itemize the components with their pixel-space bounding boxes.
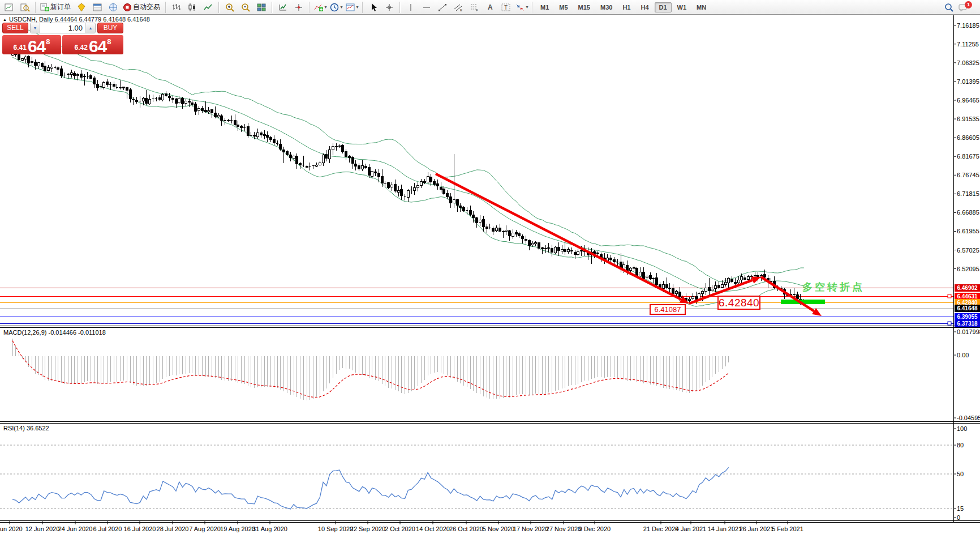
candles-layer: [11, 51, 805, 305]
ytick-label: 6.81675: [957, 153, 979, 160]
ytick-label: 6.76745: [957, 172, 979, 178]
sctick-label: 0: [957, 514, 960, 521]
sell-price[interactable]: 6.41 64 8: [2, 35, 61, 54]
xlabel-label: 5 Feb 2021: [772, 526, 803, 532]
sell-price-big: 64: [28, 38, 45, 54]
xlabel-label: 14 Jan 2021: [708, 526, 742, 532]
xlabel-label: 22 Sep 2020: [350, 526, 385, 532]
rsi-gridlines: [0, 445, 953, 509]
sctick-label: 0.017998: [957, 328, 980, 335]
ytick-label: 6.71815: [957, 190, 979, 197]
macd-histogram: [12, 339, 729, 400]
price-annotation-low[interactable]: 6.41087: [650, 304, 686, 315]
ytick-label: 6.96465: [957, 97, 979, 104]
xlabel-label: 7 Aug 2020: [189, 526, 221, 532]
price-level-label: 6.37318: [955, 320, 980, 327]
rsi-line: [12, 467, 729, 509]
xlabel-label: 31 Aug 2020: [252, 526, 287, 532]
chart-canvas: [0, 0, 980, 534]
sctick-label: 80: [957, 442, 964, 448]
macd-signal-line: [12, 341, 729, 398]
pane-separators: [0, 15, 980, 523]
volume-input[interactable]: 1.00: [40, 23, 85, 33]
ytick-label: 6.57025: [957, 247, 979, 254]
buy-price-sup: 8: [107, 37, 111, 46]
sell-button[interactable]: SELL: [2, 23, 28, 33]
xlabel-label: 12 Jun 2020: [25, 526, 60, 532]
ytick-label: 6.91535: [957, 116, 979, 122]
xlabel-label: 26 Oct 2020: [449, 526, 483, 532]
ytick-label: 7.06325: [957, 59, 979, 66]
buy-price[interactable]: 6.42 64 8: [62, 35, 123, 54]
volume-spinner: ▼ 1.00 ▲: [30, 23, 96, 33]
sctick-label: 50: [957, 471, 964, 477]
xlabel-label: Jun 2020: [0, 526, 23, 532]
macd-indicator-label: MACD(12,26,9) -0.014466 -0.011018: [3, 329, 106, 336]
ytick-label: 6.86605: [957, 134, 979, 141]
xlabel-label: 9 Dec 2020: [579, 526, 611, 532]
rsi-indicator-label: RSI(14) 36.6522: [3, 425, 49, 432]
turning-point-text[interactable]: 多空转折点: [802, 280, 865, 294]
one-click-trading-panel: SELL ▼ 1.00 ▲ BUY 6.41 64 8 6.42 64 8: [2, 23, 123, 54]
sctick-label: -0.045957: [957, 415, 980, 421]
collapse-panel-icon[interactable]: ▲: [3, 18, 7, 22]
ytick-label: 7.16185: [957, 22, 979, 29]
xlabel-label: 16 Jul 2020: [124, 526, 156, 532]
price-level-label: 6.41648: [955, 305, 980, 312]
xlabel-label: 27 Nov 2020: [546, 526, 581, 532]
sctick-label: 15: [957, 505, 964, 512]
buy-price-small: 6.42: [75, 44, 88, 52]
ytick-label: 6.52095: [957, 266, 979, 272]
volume-down-icon[interactable]: ▼: [31, 23, 40, 33]
chart-title-text: USDCNH, Daily 6.44464 6.44779 6.41648 6.…: [9, 16, 150, 23]
xlabel-label: 2 Oct 2020: [385, 526, 415, 532]
buy-price-big: 64: [89, 38, 106, 54]
bollinger-bands: [12, 23, 804, 306]
sctick-label: 100: [957, 425, 967, 432]
ytick-label: 6.61955: [957, 228, 979, 234]
volume-up-icon[interactable]: ▲: [85, 23, 95, 33]
xlabel-label: 21 Dec 2020: [643, 526, 678, 532]
price-level-label: 6.46902: [955, 284, 980, 292]
price-annotation-level[interactable]: 6.42840: [717, 296, 760, 310]
ytick-label: 6.66885: [957, 209, 979, 216]
sell-price-sup: 8: [46, 37, 50, 46]
ytick-label: 7.11255: [957, 41, 979, 48]
sctick-label: 0.00: [957, 352, 969, 358]
xlabel-label: 17 Nov 2020: [513, 526, 548, 532]
xlabel-label: 5 Nov 2020: [483, 526, 514, 532]
buy-button[interactable]: BUY: [97, 23, 123, 33]
xlabel-label: 10 Sep 2020: [318, 526, 353, 532]
xlabel-label: 19 Aug 2020: [220, 526, 255, 532]
chart-title: ▲USDCNH, Daily 6.44464 6.44779 6.41648 6…: [3, 16, 150, 23]
mt4-window: 新订单自动交易▾▾▾EFAT▾M1M5M15M30H1H4D1W1MN1 ▲US…: [0, 0, 980, 534]
xlabel-label: 26 Jan 2021: [740, 526, 774, 532]
sell-price-small: 6.41: [14, 44, 27, 52]
ytick-label: 7.01395: [957, 78, 979, 85]
xlabel-label: 4 Jan 2021: [676, 526, 706, 532]
xlabel-label: 6 Jul 2020: [93, 526, 122, 532]
xlabel-label: 24 Jun 2020: [58, 526, 93, 532]
xlabel-label: 14 Oct 2020: [416, 526, 450, 532]
xlabel-label: 28 Jul 2020: [157, 526, 189, 532]
